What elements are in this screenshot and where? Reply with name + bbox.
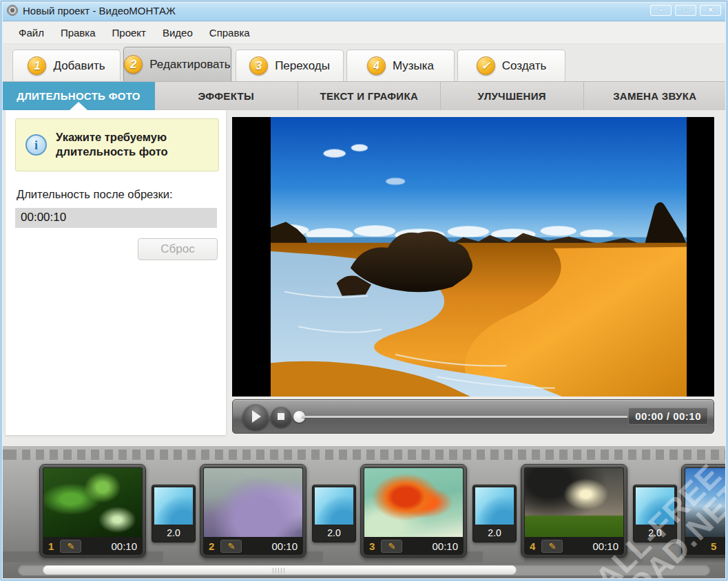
- step-tab-create[interactable]: ✓ Создать: [457, 50, 565, 81]
- main-content: i Укажите требуемую длительность фото Дл…: [2, 110, 726, 446]
- menu-help[interactable]: Справка: [202, 23, 257, 42]
- transition-2[interactable]: 2.0: [312, 485, 356, 542]
- maximize-button[interactable]: □: [675, 5, 696, 16]
- clip-duration: 00:10: [271, 540, 298, 552]
- close-button[interactable]: ✕: [700, 5, 721, 16]
- step-3-badge-icon: 3: [249, 56, 268, 75]
- edit-pencil-icon[interactable]: ✎: [220, 540, 242, 553]
- transition-1[interactable]: 2.0: [152, 485, 196, 542]
- stop-button[interactable]: [271, 406, 291, 427]
- window-controls: – □ ✕: [650, 5, 721, 16]
- tab-sound-replace[interactable]: ЗАМЕНА ЗВУКА: [583, 82, 727, 110]
- clip-5-info-bar: 5: [685, 537, 726, 555]
- tab-text-graphics[interactable]: ТЕКСТ И ГРАФИКА: [298, 82, 441, 110]
- video-preview: [232, 117, 714, 397]
- clip-4-info-bar: 4 ✎ 00:10: [524, 537, 624, 555]
- menu-bar: Файл Правка Проект Видео Справка: [2, 22, 726, 44]
- transition-duration: 2.0: [152, 525, 195, 541]
- scrollbar-grip-icon: [273, 568, 287, 573]
- transition-duration: 2.0: [313, 525, 355, 541]
- step-tab-edit[interactable]: 2 Редактировать: [123, 47, 231, 81]
- transition-4[interactable]: 2.0: [633, 485, 677, 542]
- transition-duration: 2.0: [634, 525, 676, 541]
- clip-number: 2: [209, 540, 214, 552]
- tab-effects[interactable]: ЭФФЕКТЫ: [155, 82, 298, 110]
- play-icon: [252, 410, 261, 423]
- clip-5-thumbnail: [685, 467, 726, 537]
- step-2-badge-icon: 2: [124, 55, 143, 74]
- preview-photo: [271, 117, 687, 397]
- window-title: Новый проект - ВидеоМОНТАЖ: [23, 5, 176, 17]
- beach-photo: [271, 117, 687, 397]
- edit-pencil-icon[interactable]: ✎: [60, 540, 81, 553]
- clip-number: 3: [369, 540, 375, 552]
- info-box: i Укажите требуемую длительность фото: [15, 118, 219, 171]
- film-sprockets-top: [2, 450, 726, 460]
- clip-2-info-bar: 2 ✎ 00:10: [203, 537, 303, 555]
- info-icon: i: [25, 134, 47, 156]
- transition-1-preview: [154, 487, 193, 525]
- sub-tabs: ДЛИТЕЛЬНОСТЬ ФОТО ЭФФЕКТЫ ТЕКСТ И ГРАФИК…: [2, 81, 726, 110]
- tab-enhancements[interactable]: УЛУЧШЕНИЯ: [440, 82, 583, 110]
- info-text: Укажите требуемую длительность фото: [56, 130, 210, 160]
- menu-video[interactable]: Видео: [156, 23, 200, 42]
- step-tab-music[interactable]: 4 Музыка: [346, 50, 455, 81]
- menu-file[interactable]: Файл: [12, 23, 51, 42]
- timeline-clip-2[interactable]: 2 ✎ 00:10: [200, 464, 306, 558]
- step-1-badge-icon: 1: [28, 56, 46, 75]
- play-button[interactable]: [242, 403, 269, 430]
- duration-input[interactable]: [15, 208, 217, 228]
- menu-edit[interactable]: Правка: [54, 23, 103, 42]
- transition-3-preview: [475, 487, 514, 525]
- transition-4-preview: [636, 487, 674, 525]
- app-icon: [7, 5, 18, 16]
- clip-number: 1: [48, 540, 54, 552]
- seek-slider-track[interactable]: [302, 416, 627, 418]
- step-tab-add[interactable]: 1 Добавить: [12, 50, 121, 81]
- step-4-badge-icon: 4: [367, 56, 386, 75]
- timeline-filmstrip: 1 ✎ 00:10 2.0 2 ✎ 00:10 2.0 3 ✎: [2, 446, 726, 579]
- clip-1-info-bar: 1 ✎ 00:10: [43, 537, 143, 555]
- transition-2-preview: [315, 487, 353, 525]
- clip-2-thumbnail: [203, 467, 303, 537]
- minimize-button[interactable]: –: [650, 5, 672, 16]
- clip-3-thumbnail: [364, 467, 464, 537]
- playback-bar: 00:00 / 00:10: [232, 399, 714, 434]
- menu-project[interactable]: Проект: [105, 23, 153, 42]
- edit-pencil-icon[interactable]: ✎: [541, 540, 563, 553]
- step-tabs: 1 Добавить 2 Редактировать 3 Переходы 4 …: [2, 44, 726, 81]
- clip-3-info-bar: 3 ✎ 00:10: [364, 537, 464, 555]
- duration-label: Длительность после обрезки:: [17, 188, 219, 201]
- reset-button[interactable]: Сброс: [138, 238, 218, 260]
- active-tab-notch: [70, 102, 87, 110]
- timeline-clip-3[interactable]: 3 ✎ 00:10: [360, 464, 467, 558]
- clip-number: 4: [530, 540, 535, 552]
- clip-1-thumbnail: [43, 467, 143, 537]
- clip-4-thumbnail: [524, 467, 624, 537]
- transition-3[interactable]: 2.0: [472, 485, 517, 542]
- timeline-scrollbar-thumb[interactable]: [43, 565, 517, 575]
- timeline-clip-1[interactable]: 1 ✎ 00:10: [39, 464, 146, 558]
- clip-duration: 00:10: [111, 540, 137, 552]
- tab-photo-duration[interactable]: ДЛИТЕЛЬНОСТЬ ФОТО: [2, 82, 155, 110]
- time-display: 00:00 / 00:10: [628, 408, 708, 425]
- timeline-scrollbar-track[interactable]: [17, 564, 711, 576]
- step-tab-transitions[interactable]: 3 Переходы: [236, 50, 344, 81]
- timeline-clip-4[interactable]: 4 ✎ 00:10: [521, 464, 627, 558]
- timeline-clip-5[interactable]: 5: [681, 464, 726, 558]
- clip-duration: 00:10: [432, 540, 458, 552]
- duration-panel: i Укажите требуемую длительность фото Дл…: [6, 110, 226, 435]
- transition-duration: 2.0: [473, 525, 516, 541]
- stop-icon: [278, 413, 284, 420]
- clip-duration: 00:10: [592, 540, 618, 552]
- edit-pencil-icon[interactable]: ✎: [381, 540, 402, 553]
- title-bar: Новый проект - ВидеоМОНТАЖ – □ ✕: [0, 0, 728, 21]
- reset-row: Сброс: [15, 238, 219, 260]
- clip-number: 5: [711, 540, 716, 552]
- app-window: Новый проект - ВидеоМОНТАЖ – □ ✕ Файл Пр…: [0, 0, 728, 581]
- check-badge-icon: ✓: [477, 56, 495, 75]
